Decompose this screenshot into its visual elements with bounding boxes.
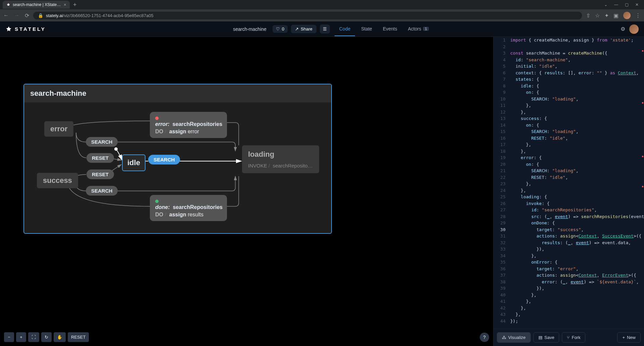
extensions-icon[interactable]: ✦ [604,12,609,19]
line-content[interactable]: loading: { [510,194,547,200]
line-content[interactable]: context: { results: [], error: "" } as C… [510,70,639,76]
code-line[interactable]: 33 }), [493,246,644,253]
line-content[interactable]: }), [510,246,544,253]
code-line[interactable]: 38 error: (_, event) => `${event.data}`, [493,279,644,285]
line-content[interactable]: error: { [510,154,542,161]
line-content[interactable]: }, [510,311,521,318]
forward-icon[interactable]: → [14,12,19,19]
star-icon[interactable]: ☆ [595,12,600,19]
line-content[interactable]: onError: { [510,259,558,266]
chevron-down-icon[interactable]: ⌄ [604,2,607,7]
share-page-icon[interactable]: ⇧ [586,12,590,19]
line-content[interactable]: const searchMachine = createMachine({ [510,50,607,57]
code-line[interactable]: 37 actions: assign<Context, ErrorEvent>(… [493,272,644,279]
code-line[interactable]: 17 }, [493,141,644,148]
code-line[interactable]: 20 on: { [493,161,644,168]
line-content[interactable]: actions: assign<Context, ErrorEvent>({ [510,272,636,279]
line-content[interactable]: on: { [510,89,539,96]
line-content[interactable]: states: { [510,76,539,83]
line-content[interactable]: }, [510,292,536,298]
code-line[interactable]: 21 SEARCH: "loading", [493,167,644,174]
line-content[interactable]: }); [510,318,518,325]
code-line[interactable]: 43 }, [493,311,644,318]
window-close-icon[interactable]: ✕ [635,2,639,7]
code-line[interactable]: 6 context: { results: [], error: "" } as… [493,70,644,76]
reset-canvas-button[interactable]: RESET [68,332,89,342]
line-content[interactable]: success: { [510,115,547,122]
tab-code[interactable]: Code [335,22,355,36]
action-error-box[interactable]: error: searchRepositories DO / assign er… [150,112,227,138]
line-content[interactable]: }, [510,109,526,116]
code-line[interactable]: 27 id: "searchRepositories", [493,207,644,213]
gear-icon[interactable]: ⚙ [621,26,625,32]
window-maximize-icon[interactable]: ▢ [625,2,629,7]
line-content[interactable]: }, [510,102,531,109]
tab-close-icon[interactable]: × [64,2,66,7]
code-line[interactable]: 4 id: "search-machine", [493,57,644,63]
code-editor[interactable]: 1import { createMachine, assign } from '… [493,37,644,329]
tab-events[interactable]: Events [378,22,402,36]
line-content[interactable]: SEARCH: "loading", [510,167,579,174]
code-line[interactable]: 34 }, [493,253,644,259]
reload-icon[interactable]: ⟳ [25,12,29,19]
code-line[interactable]: 23 }, [493,181,644,187]
browser-tab[interactable]: search-machine | XState Visualiz × [3,1,70,9]
line-content[interactable]: on: { [510,122,539,129]
line-content[interactable]: }, [510,298,531,305]
code-line[interactable]: 3const searchMachine = createMachine({ [493,50,644,57]
code-line[interactable]: 28 src: (_, event) => searchRepositories… [493,213,644,220]
code-line[interactable]: 32 results: (_, event) => event.data, [493,239,644,246]
line-content[interactable]: }, [510,148,526,155]
state-loading[interactable]: loading INVOKE / searchRepositori... [242,145,319,173]
zoom-in-button[interactable]: + [16,332,26,342]
action-done-box[interactable]: done: searchRepositories DO / assign res… [150,195,227,221]
line-content[interactable]: idle: { [510,83,539,89]
code-line[interactable]: 24 }, [493,187,644,194]
line-content[interactable]: actions: assign<Context, SuccessEvent>({ [510,233,641,239]
event-reset-success[interactable]: RESET [86,169,114,179]
code-line[interactable]: 39 }), [493,285,644,292]
tab-state[interactable]: State [356,22,377,36]
line-content[interactable]: RESET: "idle", [510,174,568,181]
code-line[interactable]: 19 error: { [493,154,644,161]
line-content[interactable]: target: "success", [510,226,584,233]
line-content[interactable]: }), [510,285,544,292]
code-line[interactable]: 15 SEARCH: "loading", [493,128,644,135]
line-content[interactable]: SEARCH: "loading", [510,96,579,102]
stately-logo[interactable]: STATELY [5,26,46,32]
line-content[interactable]: import { createMachine, assign } from 'x… [510,37,634,44]
code-line[interactable]: 40 }, [493,292,644,298]
code-line[interactable]: 12 }, [493,109,644,116]
line-content[interactable]: src: (_, event) => searchRepositories(ev… [510,213,644,220]
event-search-success[interactable]: SEARCH [86,186,118,196]
line-content[interactable]: initial: "idle", [510,63,558,70]
help-button[interactable]: ? [480,333,489,342]
code-line[interactable]: 41 }, [493,298,644,305]
code-line[interactable]: 29 onDone: { [493,220,644,226]
state-error[interactable]: error [44,121,73,137]
fit-button[interactable]: ⛶ [28,332,39,342]
code-line[interactable]: 11 }, [493,102,644,109]
code-line[interactable]: 31 actions: assign<Context, SuccessEvent… [493,233,644,239]
event-reset-error[interactable]: RESET [86,153,114,163]
refresh-button[interactable]: ↻ [41,332,52,342]
panel-icon[interactable]: ▣ [613,12,619,19]
like-button[interactable]: ♡ 0 [273,25,288,33]
code-line[interactable]: 9 on: { [493,89,644,96]
state-idle[interactable]: idle [122,154,145,171]
back-icon[interactable]: ← [3,12,9,19]
line-content[interactable]: RESET: "idle", [510,135,568,142]
code-line[interactable]: 2 [493,44,644,50]
canvas[interactable]: search-machine [0,37,493,346]
code-line[interactable]: 10 SEARCH: "loading", [493,96,644,102]
code-line[interactable]: 25 loading: { [493,194,644,200]
line-content[interactable]: }, [510,253,536,259]
zoom-out-button[interactable]: − [4,332,14,342]
fork-button[interactable]: ⑂ Fork [562,332,585,343]
window-minimize-icon[interactable]: — [614,2,618,7]
code-line[interactable]: 1import { createMachine, assign } from '… [493,37,644,44]
event-search-idle[interactable]: SEARCH [148,155,180,164]
state-success[interactable]: success [37,173,78,188]
line-content[interactable]: SEARCH: "loading", [510,128,579,135]
line-content[interactable]: }, [510,187,526,194]
